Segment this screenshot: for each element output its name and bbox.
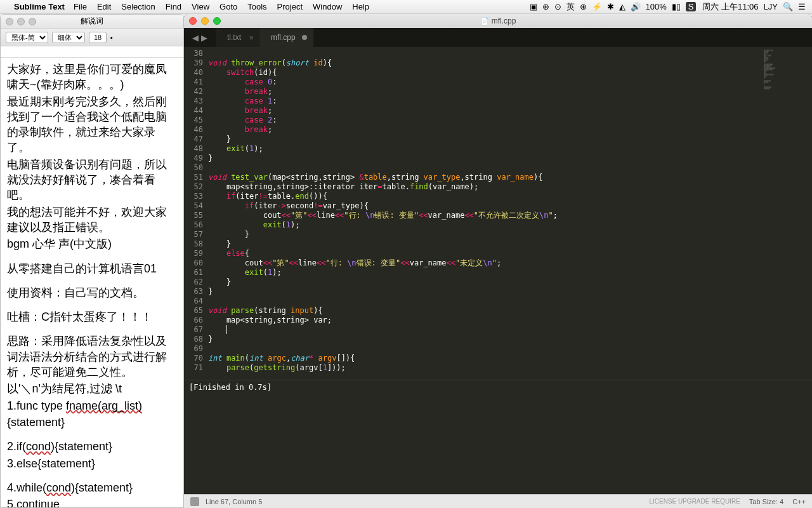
minimap-content: ███ ████ █████ ██████████████ ██████████… (761, 47, 812, 91)
textedit-content[interactable]: 大家好，这里是你们可爱的魔凤啸天~(靠好肉麻。。。) 最近期末刚考完没多久，然后… (1, 58, 183, 508)
paragraph: 电脑音频设备识别有问题，所以就没法好好解说了，凑合着看吧。 (7, 157, 177, 203)
paragraph: 3.else{statement} (7, 456, 177, 471)
font-variant-select[interactable]: 细体 (52, 32, 85, 43)
macos-menubar: Sublime Text File Edit Selection Find Vi… (0, 0, 812, 14)
textedit-titlebar: 解说词 (1, 15, 183, 29)
input-method-icon[interactable]: 英 (566, 1, 575, 13)
minimize-button[interactable] (201, 17, 209, 25)
status-icon[interactable]: ⊕ (542, 2, 549, 11)
minimize-button[interactable] (17, 18, 25, 25)
traffic-lights (189, 17, 221, 25)
window-title: mfl.cpp (492, 17, 516, 25)
close-button[interactable] (6, 18, 13, 25)
line-gutter: 38 39 40 41 42 43 44 45 46 47 48 49 50 5… (184, 47, 208, 380)
notification-center-icon[interactable]: ☰ (798, 2, 806, 11)
volume-icon[interactable]: 🔊 (631, 2, 641, 11)
tab-label: mfl.cpp (271, 33, 296, 42)
menu-project[interactable]: Project (277, 2, 303, 11)
user-name[interactable]: LJY (764, 2, 778, 11)
paragraph: {statement} (7, 415, 177, 430)
bluetooth-icon[interactable]: ✱ (607, 2, 614, 11)
close-icon[interactable]: × (249, 33, 254, 43)
paragraph: 2.if(cond){statement} (7, 439, 177, 454)
wifi-icon[interactable]: ◭ (619, 2, 625, 11)
paragraph: 思路：采用降低语法复杂性以及词法语法分析结合的方式进行解析，尽可能避免二义性。 (7, 333, 177, 380)
menu-file[interactable]: File (74, 2, 87, 11)
status-icon[interactable]: ⊙ (554, 2, 561, 11)
menu-edit[interactable]: Edit (97, 2, 111, 11)
zoom-button[interactable] (29, 18, 36, 25)
status-icon[interactable]: ⚡ (592, 2, 602, 11)
nav-arrows: ◀ ▶ (184, 28, 216, 47)
traffic-lights (6, 18, 36, 25)
window-title: 解说词 (81, 16, 103, 27)
paragraph: 以'＼n'为结尾符,过滤 \t (7, 381, 177, 396)
tab-size[interactable]: Tab Size: 4 (749, 498, 783, 505)
paragraph: bgm 心华 声(中文版) (7, 236, 177, 251)
tab-label: tl.txt (227, 33, 241, 42)
menu-goto[interactable]: Goto (219, 2, 237, 11)
paragraph: 4.while(cond){statement} (7, 480, 177, 495)
paragraph: 使用资料：自己写的文档。 (7, 285, 177, 300)
font-size-input[interactable] (89, 32, 107, 43)
menu-view[interactable]: View (192, 2, 209, 11)
text-color-icon[interactable]: ▪ (110, 34, 113, 41)
tab-bar: ◀ ▶ tl.txt × mfl.cpp (184, 28, 812, 47)
clock[interactable]: 周六 上午11:06 (702, 1, 758, 13)
paragraph: 最近期末刚考完没多久，然后刚找到了一个适合我这个低配电脑的录制软件，就过来给大家… (7, 94, 177, 156)
ruler (1, 46, 183, 58)
nav-back-icon[interactable]: ◀ (192, 33, 199, 43)
minimap[interactable]: ███ ████ █████ ██████████████ ██████████… (761, 47, 812, 380)
spotlight-icon[interactable]: 🔍 (783, 2, 793, 11)
sublime-window: 📄 mfl.cpp ◀ ▶ tl.txt × mfl.cpp 38 39 40 … (184, 14, 812, 508)
close-button[interactable] (189, 17, 197, 25)
tab-mfl-cpp[interactable]: mfl.cpp (259, 28, 314, 47)
sublime-titlebar: 📄 mfl.cpp (184, 14, 812, 28)
battery-percent[interactable]: 100% (646, 2, 667, 11)
status-indicator-icon[interactable] (190, 497, 199, 506)
menu-find[interactable]: Find (166, 2, 181, 11)
nav-forward-icon[interactable]: ▶ (201, 33, 207, 43)
code-editor[interactable]: void throw_error(short id){ switch(id){ … (208, 47, 812, 380)
font-style-select[interactable]: 黑体-简 (6, 32, 48, 43)
menu-help[interactable]: Help (352, 2, 369, 11)
zoom-button[interactable] (213, 17, 221, 25)
paragraph: 大家好，这里是你们可爱的魔凤啸天~(靠好肉麻。。。) (7, 62, 177, 93)
textedit-toolbar: 黑体-简 细体 ▪ (1, 29, 183, 46)
status-icon[interactable]: ▣ (530, 2, 537, 11)
paragraph: 从零搭建自己的计算机语言01 (7, 261, 177, 276)
file-icon: 📄 (480, 17, 489, 25)
tab-tl-txt[interactable]: tl.txt × (216, 28, 259, 47)
editor-area: 38 39 40 41 42 43 44 45 46 47 48 49 50 5… (184, 47, 812, 380)
status-bar: Line 67, Column 5 LICENSE UPGRADE REQUIR… (184, 494, 812, 508)
paragraph: 吐槽：C指针太蛋疼了！！！ (7, 309, 177, 324)
app-indicator-icon[interactable]: S (686, 2, 697, 11)
menu-selection[interactable]: Selection (121, 2, 155, 11)
cursor-position[interactable]: Line 67, Column 5 (206, 498, 262, 505)
app-name[interactable]: Sublime Text (14, 2, 65, 11)
dirty-indicator-icon (302, 35, 307, 40)
battery-icon[interactable]: ▮▯ (672, 2, 681, 11)
build-output[interactable]: [Finished in 0.7s] (184, 380, 812, 494)
paragraph: 1.func type fname(arg_list) (7, 398, 177, 413)
textedit-window: 解说词 黑体-简 细体 ▪ 大家好，这里是你们可爱的魔凤啸天~(靠好肉麻。。。)… (0, 14, 184, 508)
paragraph: 5.continue (7, 497, 177, 508)
syntax-mode[interactable]: C++ (792, 498, 806, 505)
output-text: [Finished in 0.7s] (189, 383, 272, 392)
status-icon[interactable]: ⊕ (580, 2, 587, 11)
license-notice: LICENSE UPGRADE REQUIRE (649, 498, 740, 505)
paragraph: 我的想法可能并不好，欢迎大家建议以及指正错误。 (7, 204, 177, 236)
menu-tools[interactable]: Tools (247, 2, 266, 11)
menu-window[interactable]: Window (313, 2, 342, 11)
